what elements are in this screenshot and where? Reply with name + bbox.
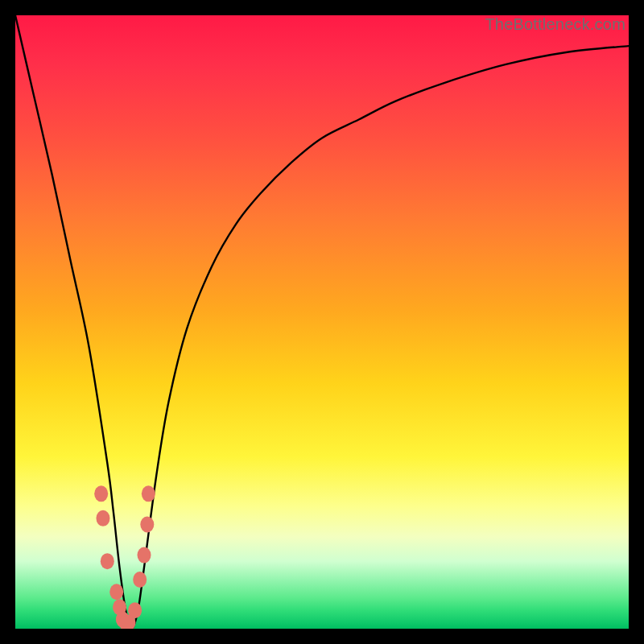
data-marker [133,572,147,588]
data-marker [142,485,155,502]
curve-path [15,15,629,629]
data-marker [94,485,108,502]
chart-frame: TheBottleneck.com [15,15,629,629]
data-marker [101,553,114,569]
chart-overlay [15,15,629,629]
data-marker [140,516,154,532]
data-markers [94,485,155,629]
bottleneck-curve [15,15,629,629]
data-marker [138,547,151,564]
data-marker [128,602,142,618]
data-marker [109,584,123,600]
data-marker [96,510,109,526]
